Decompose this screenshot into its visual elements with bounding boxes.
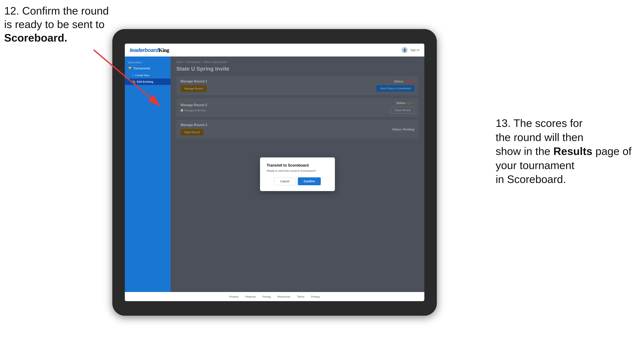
logo: leaderboardKing — [130, 47, 169, 53]
sidebar-section-label: MAIN MENU — [125, 60, 170, 65]
tablet-screen: leaderboardKing 👤 Sign In MAIN MENU 🏆 To… — [125, 44, 424, 301]
annotation-line2: is ready to be sent to — [4, 18, 105, 30]
trophy-icon: 🏆 — [128, 67, 132, 70]
sidebar-edit-existing[interactable]: ✏️ Edit Existing — [125, 78, 170, 85]
footer-product[interactable]: Product — [229, 295, 238, 298]
user-icon: 👤 — [402, 47, 408, 53]
confirm-button[interactable]: Confirm — [298, 177, 321, 185]
annotation-top: 12. Confirm the round is ready to be sen… — [4, 4, 109, 45]
navbar: leaderboardKing 👤 Sign In — [125, 44, 424, 56]
footer-features[interactable]: Features — [245, 295, 256, 298]
tablet-device: leaderboardKing 👤 Sign In MAIN MENU 🏆 To… — [112, 29, 437, 316]
footer-privacy[interactable]: Privacy — [311, 295, 320, 298]
modal-dialog: Transmit to Scoreboard Ready to send thi… — [260, 158, 335, 191]
modal-buttons: Cancel Confirm — [267, 177, 328, 185]
annotation-right: 13. The scores for the round will then s… — [496, 116, 632, 186]
footer-pricing[interactable]: Pricing — [262, 295, 271, 298]
annotation-line3: Scoreboard. — [4, 32, 67, 44]
modal-overlay: Transmit to Scoreboard Ready to send thi… — [170, 56, 424, 292]
page-footer: Product Features Pricing Resources Terms… — [125, 292, 424, 301]
plus-icon: + — [132, 74, 134, 77]
logo-area: leaderboardKing — [130, 47, 169, 53]
modal-subtitle: Ready to send this round to Scoreboard? — [267, 169, 328, 173]
sidebar-create-new[interactable]: + Create New — [125, 72, 170, 78]
cancel-button[interactable]: Cancel — [274, 177, 295, 185]
nav-right: 👤 Sign In — [402, 47, 419, 53]
footer-resources[interactable]: Resources — [278, 295, 290, 298]
edit-icon: ✏️ — [132, 80, 136, 83]
sidebar-tournaments-label: Tournaments — [133, 67, 150, 70]
sidebar-item-tournaments[interactable]: 🏆 Tournaments — [125, 65, 170, 72]
sidebar: MAIN MENU 🏆 Tournaments + Create New ✏️ … — [125, 56, 170, 292]
page-content: Home / Tournaments / State U Spring Invi… — [170, 56, 424, 292]
sign-in-link[interactable]: Sign In — [410, 48, 419, 52]
sidebar-edit-existing-label: Edit Existing — [137, 80, 153, 83]
sidebar-create-new-label: Create New — [135, 74, 150, 77]
footer-terms[interactable]: Terms — [297, 295, 304, 298]
modal-title: Transmit to Scoreboard — [267, 163, 328, 168]
main-area: MAIN MENU 🏆 Tournaments + Create New ✏️ … — [125, 56, 424, 292]
annotation-line1: 12. Confirm the round — [4, 5, 109, 17]
